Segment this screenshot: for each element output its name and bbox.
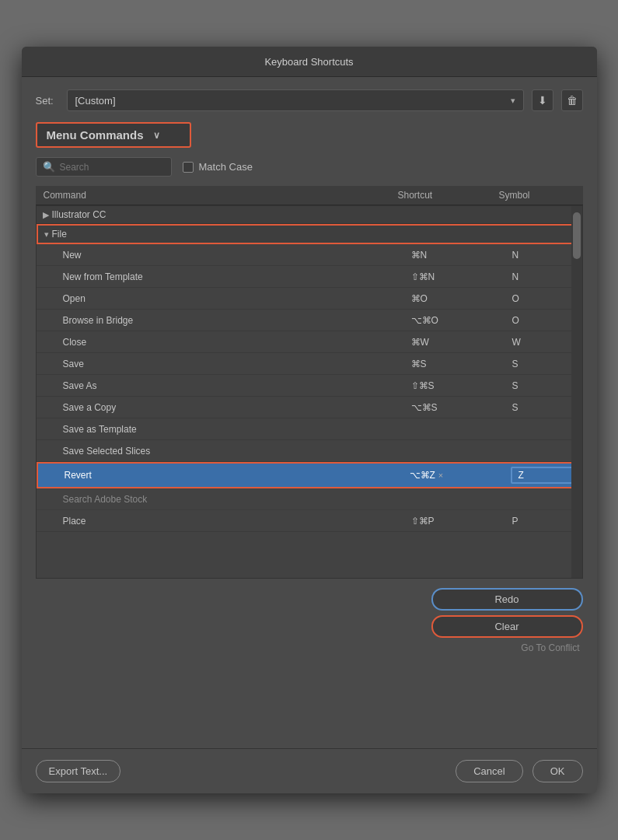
table-row[interactable]: ▶ Illustrator CC [37,206,582,224]
row-shortcut: ⌥⌘O [411,315,512,326]
set-row: Set: [Custom] ▾ ⬇ 🗑 [36,89,583,111]
row-command-name: Save As [44,380,411,391]
menu-commands-dropdown[interactable]: Menu Commands ∨ [36,122,191,148]
menu-commands-row: Menu Commands ∨ [36,122,583,148]
row-shortcut: ⌘N [411,250,512,261]
export-text-button[interactable]: Export Text... [36,760,121,782]
table-row[interactable]: Save ⌘S S [37,353,582,375]
keyboard-shortcuts-dialog: Keyboard Shortcuts Set: [Custom] ▾ ⬇ 🗑 M… [22,47,597,793]
row-shortcut: ⌘S [411,359,512,369]
table-row[interactable]: Browse in Bridge ⌥⌘O O [37,310,582,331]
table-row[interactable]: New ⌘N N [37,244,582,266]
row-command-name: Save as Template [44,424,411,435]
row-command-name: Save [44,359,411,369]
row-symbol: Z [511,467,581,484]
shortcut-editing: ⌥⌘Z × [410,470,511,481]
table-row[interactable]: Open ⌘O O [37,288,582,310]
row-command-name: Search Adobe Stock [44,494,411,505]
scrollbar-thumb[interactable] [573,212,581,259]
set-value: [Custom] [75,95,116,107]
row-command-name: Save Selected Slices [44,446,411,457]
row-shortcut: ⌥⌘Z [410,470,435,481]
match-case-label: Match Case [199,161,253,173]
file-subsection-header[interactable]: ▾ File [37,224,582,244]
table-row[interactable]: Save a Copy ⌥⌘S S [37,397,582,418]
clear-button[interactable]: Clear [431,615,583,638]
footer: Export Text... Cancel OK [22,748,597,793]
set-dropdown[interactable]: [Custom] ▾ [67,89,524,111]
dialog-title: Keyboard Shortcuts [264,56,353,68]
clear-shortcut-button[interactable]: × [438,471,443,480]
ok-button[interactable]: OK [532,760,583,782]
table-container[interactable]: ▶ Illustrator CC ▾ File New ⌘N N [36,205,583,579]
row-shortcut: ⇧⌘P [411,516,512,527]
title-bar: Keyboard Shortcuts [22,47,597,77]
table-row[interactable]: Close ⌘W W [37,331,582,353]
row-command-name: Save a Copy [44,402,411,413]
row-shortcut: ⌘O [411,293,512,304]
chevron-down-icon: ▾ [511,96,515,106]
row-command-name: Place [44,516,411,527]
row-command-name: Revert [46,470,410,481]
row-command-name: Open [44,293,411,304]
action-buttons: Redo Clear Go To Conflict [36,588,583,653]
delete-set-button[interactable]: 🗑 [561,89,583,111]
revert-row[interactable]: Revert ⌥⌘Z × Z [37,462,582,488]
row-shortcut: ⇧⌘S [411,380,512,391]
dialog-body: Set: [Custom] ▾ ⬇ 🗑 Menu Commands ∨ 🔍 [22,77,597,748]
chevron-down-icon: ∨ [153,130,160,141]
row-shortcut: ⌥⌘S [411,402,512,413]
cancel-button[interactable]: Cancel [456,760,522,782]
row-shortcut: ⌘W [411,337,512,348]
col-shortcut: Shortcut [398,190,499,201]
table-row[interactable]: Save As ⇧⌘S S [37,375,582,397]
search-input[interactable] [60,162,161,173]
search-match-row: 🔍 Match Case [36,157,583,177]
table-row[interactable]: Place ⇧⌘P P [37,510,582,532]
redo-button[interactable]: Redo [431,588,583,611]
col-command: Command [44,190,398,201]
row-command-name: Browse in Bridge [44,315,411,326]
search-box[interactable]: 🔍 [36,157,172,177]
row-shortcut: ⇧⌘N [411,271,512,282]
match-case-checkbox[interactable] [183,162,194,173]
row-command-name: Illustrator CC [52,209,106,220]
row-command-name: New from Template [44,271,411,282]
menu-commands-label: Menu Commands [47,128,144,142]
download-set-button[interactable]: ⬇ [532,89,553,111]
trash-icon: 🗑 [567,94,578,107]
match-case-row: Match Case [183,161,253,173]
go-to-conflict-label: Go To Conflict [431,642,583,653]
table-row[interactable]: New from Template ⇧⌘N N [37,266,582,288]
table-header: Command Shortcut Symbol [36,186,583,205]
table-row[interactable]: Save as Template [37,418,582,440]
footer-right: Cancel OK [456,760,582,782]
set-label: Set: [36,95,59,107]
row-command-name: Close [44,337,411,348]
row-command-name: File [52,229,67,240]
expand-icon: ▾ [44,229,49,240]
col-symbol: Symbol [499,190,569,201]
download-icon: ⬇ [538,94,547,107]
scrollbar-track[interactable] [571,206,582,578]
row-command-name: New [44,250,411,261]
table-row[interactable]: Search Adobe Stock [37,488,582,510]
expand-icon: ▶ [43,210,49,220]
search-icon: 🔍 [43,161,55,173]
table-row[interactable]: Save Selected Slices [37,440,582,462]
